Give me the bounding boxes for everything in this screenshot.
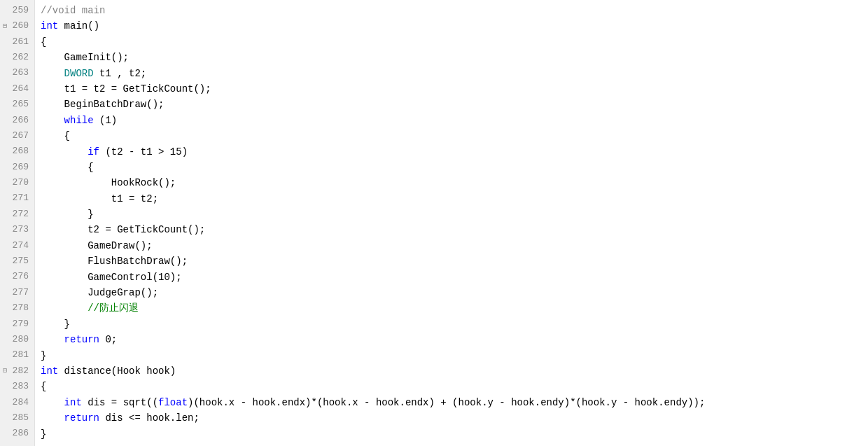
line-number-text: 282 — [13, 364, 29, 379]
code-token: { — [41, 34, 46, 50]
line-number: 283 — [0, 379, 34, 394]
line-number-text: 283 — [13, 379, 29, 394]
line-number-text: 285 — [13, 411, 29, 426]
line-number-text: 266 — [13, 113, 29, 128]
code-line: int dis = sqrt((float)(hook.x - hook.end… — [41, 395, 868, 410]
code-token: //防止闪退 — [41, 300, 139, 316]
line-number: 273 — [0, 222, 34, 237]
code-token: BeginBatchDraw(); — [41, 97, 164, 112]
code-line: DWORD t1 , t2; — [41, 66, 868, 81]
code-line: { — [41, 34, 868, 50]
line-number: 269 — [0, 160, 34, 175]
line-number: 285 — [0, 410, 34, 426]
code-line: BeginBatchDraw(); — [41, 97, 868, 112]
code-token: (1) — [94, 113, 118, 128]
code-token: } — [41, 316, 70, 332]
line-number-text: 284 — [13, 396, 29, 410]
code-token — [41, 144, 88, 160]
code-line: JudgeGrap(); — [41, 285, 868, 300]
code-token: int — [64, 395, 82, 410]
line-number: 284 — [0, 395, 34, 410]
code-token: return — [64, 410, 99, 426]
line-number: 274 — [0, 238, 34, 253]
code-token: } — [41, 348, 46, 363]
line-number-text: 276 — [13, 270, 29, 284]
code-token: 0; — [99, 332, 117, 347]
code-line: int main() — [41, 18, 868, 34]
code-token: GameInit(); — [41, 50, 129, 65]
line-number-text: 278 — [13, 301, 29, 316]
line-number: 265 — [0, 97, 34, 112]
line-number-text: 286 — [13, 426, 29, 441]
code-line: { — [41, 379, 868, 394]
code-token: t2 = GetTickCount(); — [41, 222, 205, 237]
code-line: t1 = t2; — [41, 191, 868, 207]
code-token: GameControl(10); — [41, 270, 182, 285]
code-line: } — [41, 426, 868, 442]
line-number-text: 269 — [13, 160, 29, 175]
code-token: return — [64, 332, 99, 347]
line-number: 280 — [0, 332, 34, 347]
code-token — [41, 332, 64, 347]
code-token — [41, 113, 64, 128]
line-number-text: 259 — [13, 4, 29, 18]
line-number-text: 263 — [13, 66, 29, 81]
code-line: { — [41, 128, 868, 144]
code-line: } — [41, 348, 868, 363]
code-token: float — [158, 395, 188, 410]
collapse-icon[interactable]: ⊟ — [3, 365, 7, 377]
code-token: JudgeGrap(); — [41, 285, 158, 300]
code-token: while — [64, 113, 94, 128]
code-line: return dis <= hook.len; — [41, 410, 868, 426]
code-token: GameDraw(); — [41, 238, 153, 253]
code-token — [41, 395, 64, 410]
code-token: )(hook.x - hook.endx)*(hook.x - hook.end… — [188, 395, 705, 410]
line-number: 264 — [0, 81, 34, 97]
line-number: ⊟260 — [0, 18, 34, 34]
code-content-panel[interactable]: //void mainint main(){ GameInit(); DWORD… — [35, 0, 868, 446]
code-token: main() — [58, 18, 99, 34]
code-token: } — [41, 426, 46, 442]
line-number: 286 — [0, 426, 34, 442]
line-number-text: 279 — [13, 317, 29, 332]
line-number-text: 265 — [13, 97, 29, 112]
code-token: if — [88, 144, 99, 160]
code-token: HookRock(); — [41, 175, 176, 190]
line-number: 261 — [0, 34, 34, 50]
line-numbers-panel: 259⊟260261262263264265266267268269270271… — [0, 0, 35, 446]
line-number: 279 — [0, 316, 34, 332]
line-number: 276 — [0, 270, 34, 285]
code-line: //void main — [41, 3, 868, 18]
line-number-text: 271 — [13, 191, 29, 206]
code-token: t1 , t2; — [94, 66, 147, 81]
code-line: int distance(Hook hook) — [41, 363, 868, 379]
line-number-text: 268 — [13, 144, 29, 159]
code-token: dis = sqrt(( — [82, 395, 158, 410]
code-line: return 0; — [41, 332, 868, 347]
code-line: } — [41, 207, 868, 222]
code-line: GameDraw(); — [41, 238, 868, 253]
line-number: 262 — [0, 50, 34, 65]
code-token: { — [41, 128, 70, 144]
line-number: 275 — [0, 253, 34, 269]
line-number: 267 — [0, 128, 34, 144]
code-token: int — [41, 18, 58, 34]
line-number: 270 — [0, 175, 34, 190]
collapse-icon[interactable]: ⊟ — [3, 21, 7, 32]
line-number-text: 270 — [13, 176, 29, 190]
line-number: 281 — [0, 348, 34, 363]
line-number-text: 264 — [13, 82, 29, 97]
line-number: 263 — [0, 66, 34, 81]
line-number: 266 — [0, 113, 34, 128]
line-number-text: 275 — [13, 254, 29, 269]
line-number-text: 273 — [13, 223, 29, 237]
code-line: { — [41, 160, 868, 175]
line-number: 278 — [0, 300, 34, 316]
code-line: GameControl(10); — [41, 270, 868, 285]
code-token: FlushBatchDraw(); — [41, 253, 188, 269]
code-token: { — [41, 160, 94, 175]
line-number: 277 — [0, 285, 34, 300]
code-line: GameInit(); — [41, 50, 868, 65]
line-number-text: 281 — [13, 348, 29, 363]
line-number: 259 — [0, 3, 34, 18]
